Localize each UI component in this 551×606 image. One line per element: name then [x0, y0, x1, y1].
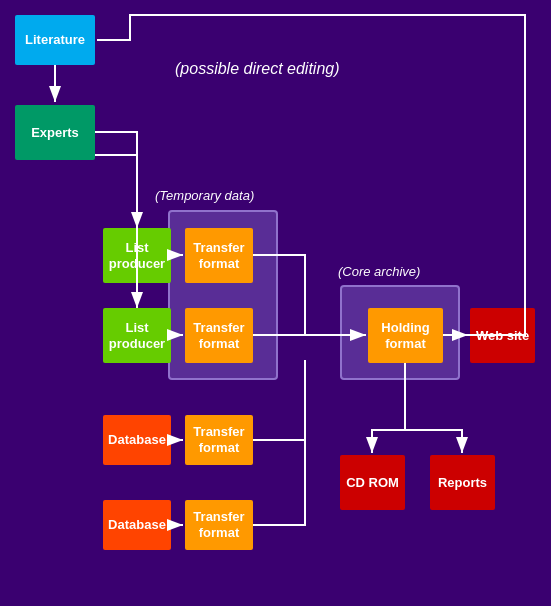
- experts-box: Experts: [15, 105, 95, 160]
- list-producer-2-box: List producer: [103, 308, 171, 363]
- database-1-label: Database: [108, 432, 166, 448]
- database-2-label: Database: [108, 517, 166, 533]
- list-producer-2-label: List producer: [107, 320, 167, 351]
- list-producer-1-box: List producer: [103, 228, 171, 283]
- transfer-format-1-box: Transfer format: [185, 228, 253, 283]
- web-site-box: Web site: [470, 308, 535, 363]
- database-1-box: Database: [103, 415, 171, 465]
- transfer-format-3-box: Transfer format: [185, 415, 253, 465]
- holding-format-label: Holding format: [372, 320, 439, 351]
- transfer-format-4-box: Transfer format: [185, 500, 253, 550]
- web-site-label: Web site: [476, 328, 529, 344]
- transfer-format-2-label: Transfer format: [189, 320, 249, 351]
- literature-label: Literature: [25, 32, 85, 48]
- possible-direct-editing-label: (possible direct editing): [175, 60, 340, 78]
- experts-label: Experts: [31, 125, 79, 141]
- reports-label: Reports: [438, 475, 487, 491]
- transfer-format-3-label: Transfer format: [189, 424, 249, 455]
- core-archive-label: (Core archive): [338, 264, 420, 279]
- temporary-data-label: (Temporary data): [155, 188, 254, 203]
- cd-rom-label: CD ROM: [346, 475, 399, 491]
- reports-box: Reports: [430, 455, 495, 510]
- transfer-format-2-box: Transfer format: [185, 308, 253, 363]
- list-producer-1-label: List producer: [107, 240, 167, 271]
- cd-rom-box: CD ROM: [340, 455, 405, 510]
- transfer-format-1-label: Transfer format: [189, 240, 249, 271]
- database-2-box: Database: [103, 500, 171, 550]
- literature-box: Literature: [15, 15, 95, 65]
- holding-format-box: Holding format: [368, 308, 443, 363]
- transfer-format-4-label: Transfer format: [189, 509, 249, 540]
